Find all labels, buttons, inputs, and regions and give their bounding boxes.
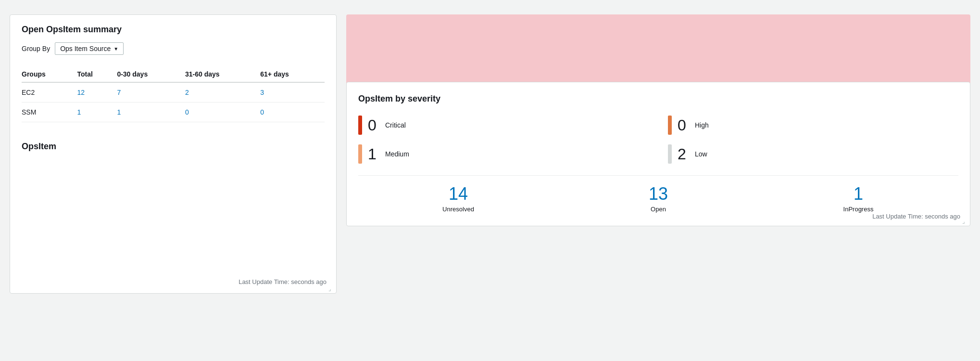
status-count-unresolved[interactable]: 14 [358, 185, 558, 203]
left-panel-title: Open OpsItem summary [22, 25, 325, 35]
severity-label-high: High [695, 121, 709, 129]
cell-total[interactable]: 1 [77, 103, 117, 122]
severity-count-critical: 0 [368, 116, 379, 134]
col-header-total: Total [77, 66, 117, 82]
severity-title: OpsItem by severity [358, 94, 958, 104]
severity-bar-medium [358, 144, 362, 164]
cell-total[interactable]: 12 [77, 82, 117, 103]
severity-bar-critical [358, 116, 362, 135]
severity-item-critical: 0Critical [358, 116, 649, 135]
status-label-unresolved: Unresolved [358, 206, 558, 213]
partial-opsitem-label: OpsItem [22, 142, 325, 152]
cell-0-30[interactable]: 7 [117, 82, 185, 103]
severity-footer: Last Update Time: seconds ago [872, 213, 960, 220]
status-label-inprogress: InProgress [758, 206, 958, 213]
cell-61plus[interactable]: 0 [260, 103, 325, 122]
severity-item-high: 0High [668, 116, 958, 135]
severity-label-critical: Critical [385, 121, 406, 129]
group-by-label: Group By [22, 45, 50, 52]
col-header-groups: Groups [22, 66, 77, 82]
cell-31-60[interactable]: 2 [185, 82, 260, 103]
col-header-0-30: 0-30 days [117, 66, 185, 82]
group-by-value: Ops Item Source [60, 45, 111, 52]
right-container: OpsItem by severity 0Critical0High1Mediu… [346, 10, 970, 347]
status-item-open: 13Open [558, 185, 758, 213]
status-section: 14Unresolved13Open1InProgress [358, 175, 958, 213]
severity-item-low: 2Low [668, 144, 958, 164]
cell-group: EC2 [22, 82, 77, 103]
col-header-61plus: 61+ days [260, 66, 325, 82]
severity-label-medium: Medium [385, 150, 409, 158]
col-header-31-60: 31-60 days [185, 66, 260, 82]
severity-resize-handle[interactable]: ⌟ [962, 218, 968, 224]
status-item-inprogress: 1InProgress [758, 185, 958, 213]
status-count-open[interactable]: 13 [558, 185, 758, 203]
open-ops-item-summary-panel: Open OpsItem summary Group By Ops Item S… [10, 14, 337, 294]
table-row: SSM1100 [22, 103, 325, 122]
table-header-row: Groups Total 0-30 days 31-60 days 61+ da… [22, 66, 325, 82]
resize-handle[interactable]: ⌟ [328, 285, 334, 291]
cell-0-30[interactable]: 1 [117, 103, 185, 122]
cell-61plus[interactable]: 3 [260, 82, 325, 103]
status-label-open: Open [558, 206, 758, 213]
summary-table: Groups Total 0-30 days 31-60 days 61+ da… [22, 66, 325, 122]
severity-bar-high [668, 116, 672, 135]
left-panel-footer: Last Update Time: seconds ago [239, 278, 327, 285]
group-by-row: Group By Ops Item Source ▼ [22, 42, 325, 55]
cell-31-60[interactable]: 0 [185, 103, 260, 122]
cell-group: SSM [22, 103, 77, 122]
severity-count-high: 0 [678, 116, 689, 134]
severity-count-low: 2 [678, 145, 689, 163]
table-row: EC212723 [22, 82, 325, 103]
severity-grid: 0Critical0High1Medium2Low [358, 116, 958, 164]
severity-bar-low [668, 144, 672, 164]
status-item-unresolved: 14Unresolved [358, 185, 558, 213]
status-count-inprogress[interactable]: 1 [758, 185, 958, 203]
group-by-select[interactable]: Ops Item Source ▼ [55, 42, 124, 55]
severity-panel: OpsItem by severity 0Critical0High1Mediu… [346, 82, 970, 226]
severity-count-medium: 1 [368, 145, 379, 163]
severity-label-low: Low [695, 150, 707, 158]
severity-item-medium: 1Medium [358, 144, 649, 164]
status-grid: 14Unresolved13Open1InProgress [358, 185, 958, 213]
dropdown-arrow-icon: ▼ [113, 46, 118, 52]
